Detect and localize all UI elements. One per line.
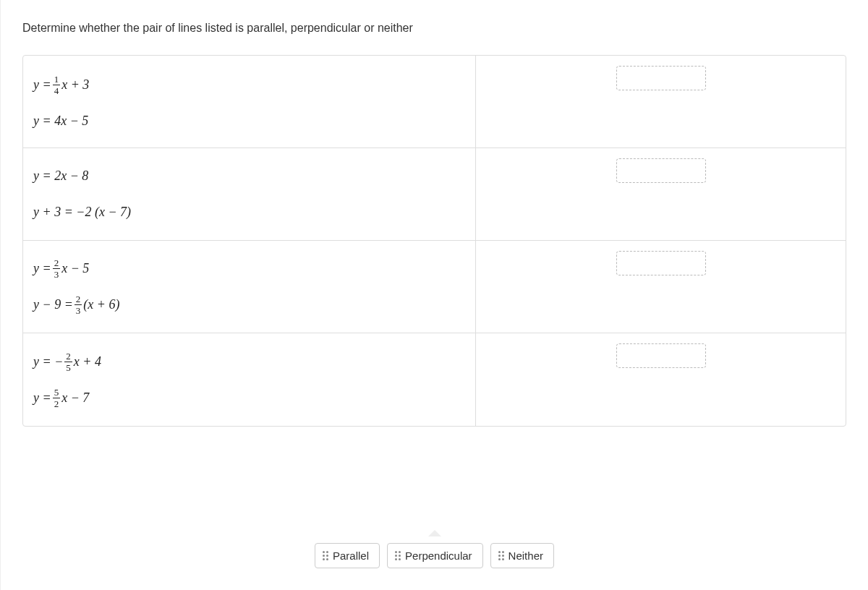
answer-cell — [476, 241, 846, 333]
fraction: 23 — [75, 294, 82, 315]
drop-zone[interactable] — [616, 251, 706, 275]
fraction: 14 — [53, 74, 61, 95]
equation-text: y = — [33, 77, 51, 93]
equation-text: x − 7 — [61, 390, 89, 406]
equation-text: y = − — [33, 354, 63, 369]
question-cell: y = 23 x − 5 y − 9 = 23 (x + 6) — [23, 241, 475, 333]
equation-text: (x + 6) — [83, 297, 119, 312]
equation-text: x − 5 — [61, 261, 89, 276]
equation-text: y = — [33, 390, 51, 406]
answers-column — [475, 56, 846, 426]
equation-text: x + 3 — [61, 77, 89, 93]
equation: y = 14 x + 3 — [33, 69, 465, 101]
equation-text: y = — [33, 261, 51, 276]
answer-options-bar: Parallel Perpendicular Neither — [1, 543, 868, 568]
worksheet-table: y = 14 x + 3 y = 4x − 5 y = 2x − 8 y + 3… — [22, 55, 846, 427]
fraction: 25 — [64, 351, 72, 372]
question-cell: y = − 25 x + 4 y = 52 x − 7 — [23, 333, 475, 426]
fraction: 23 — [53, 258, 61, 279]
option-label: Perpendicular — [405, 550, 472, 562]
option-perpendicular[interactable]: Perpendicular — [387, 543, 483, 568]
equation-text: y − 9 = — [33, 297, 73, 312]
equation-text: y = 2x − 8 — [33, 168, 88, 184]
fraction: 52 — [53, 388, 61, 409]
chevron-up-icon — [428, 530, 441, 536]
questions-column: y = 14 x + 3 y = 4x − 5 y = 2x − 8 y + 3… — [23, 56, 475, 426]
equation: y = 4x − 5 — [33, 108, 465, 134]
answer-cell — [476, 56, 846, 148]
equation-text: y + 3 = −2 (x − 7) — [33, 205, 131, 220]
option-label: Neither — [509, 550, 543, 562]
question-cell: y = 2x − 8 y + 3 = −2 (x − 7) — [23, 148, 475, 241]
equation: y = − 25 x + 4 — [33, 346, 465, 378]
equation-text: y = 4x − 5 — [33, 114, 88, 129]
option-neither[interactable]: Neither — [490, 543, 554, 568]
question-prompt: Determine whether the pair of lines list… — [22, 22, 846, 35]
drop-zone[interactable] — [616, 158, 706, 183]
option-parallel[interactable]: Parallel — [315, 543, 380, 568]
page: Determine whether the pair of lines list… — [0, 0, 868, 590]
equation: y + 3 = −2 (x − 7) — [33, 199, 465, 226]
equation-text: x + 4 — [74, 354, 101, 369]
drop-zone[interactable] — [616, 66, 706, 90]
equation: y − 9 = 23 (x + 6) — [33, 288, 465, 321]
equation: y = 23 x − 5 — [33, 252, 465, 285]
drag-handle-icon — [323, 551, 328, 560]
answer-cell — [476, 333, 846, 426]
drag-handle-icon — [395, 551, 401, 560]
equation: y = 2x − 8 — [33, 163, 465, 189]
option-label: Parallel — [333, 550, 369, 562]
drop-zone[interactable] — [616, 343, 706, 368]
answer-cell — [476, 148, 846, 241]
drag-handle-icon — [498, 551, 504, 560]
question-cell: y = 14 x + 3 y = 4x − 5 — [23, 56, 475, 148]
equation: y = 52 x − 7 — [33, 382, 465, 414]
